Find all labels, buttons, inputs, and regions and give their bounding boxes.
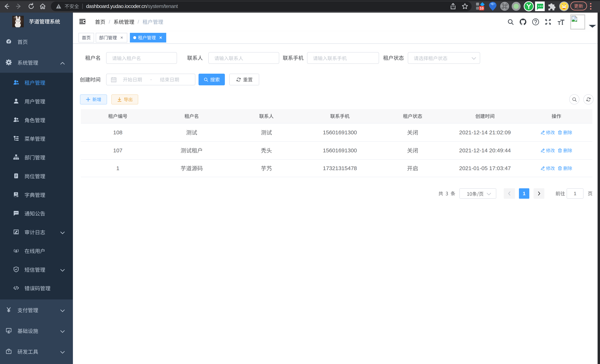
svg-text:10: 10 [480,6,484,10]
